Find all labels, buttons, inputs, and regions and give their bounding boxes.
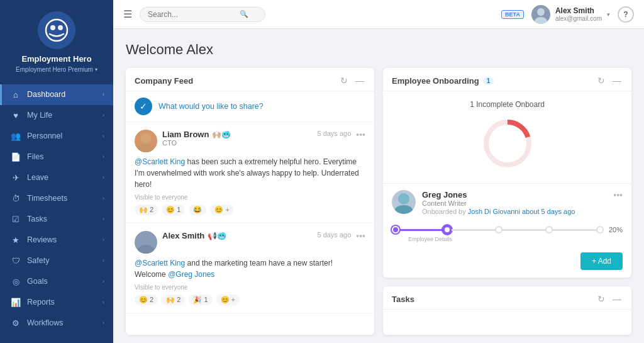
progress-pct: 20% bbox=[609, 226, 623, 233]
progress-step-3 bbox=[495, 226, 502, 233]
user-text: Alex Smith alex@gmail.com bbox=[555, 6, 602, 22]
tasks-body bbox=[383, 310, 631, 335]
tasks-refresh-button[interactable]: ↻ bbox=[596, 294, 606, 304]
onboard-employee-row: Greg Jones Content Writer Onboarded by J… bbox=[383, 183, 631, 222]
reaction-item[interactable]: 🎉 1 bbox=[189, 295, 212, 305]
onboard-options[interactable]: ••• bbox=[613, 190, 623, 200]
post-body-alex: @Scarlett King and the marketing team ha… bbox=[135, 257, 365, 280]
chevron-right-icon: › bbox=[103, 112, 104, 118]
sidebar-item-personnel[interactable]: 👥 Personnel › bbox=[0, 126, 113, 147]
user-name: Alex Smith bbox=[555, 6, 602, 15]
progress-section: 20% Employee Details bbox=[383, 222, 631, 249]
sidebar-item-tasks[interactable]: ☑ Tasks › bbox=[0, 209, 113, 230]
reaction-item[interactable]: 😂 bbox=[189, 205, 206, 215]
add-reaction-button[interactable]: 😊 + bbox=[210, 205, 233, 215]
main-area: ☰ 🔍 BETA Alex Smith alex@gmail.com ▾ ? W… bbox=[113, 0, 644, 343]
chevron-right-icon: › bbox=[103, 174, 104, 181]
chevron-right-icon: › bbox=[103, 91, 104, 98]
svg-point-3 bbox=[537, 8, 545, 16]
post-meta-alex: Alex Smith 📢🥶 bbox=[162, 231, 317, 240]
progress-step-1 bbox=[392, 226, 399, 233]
help-button[interactable]: ? bbox=[618, 6, 634, 23]
sidebar-label-reports: Reports bbox=[27, 298, 55, 306]
progress-track: 20% bbox=[392, 225, 623, 234]
svg-point-8 bbox=[138, 245, 154, 254]
onboard-info: Greg Jones Content Writer Onboarded by J… bbox=[422, 190, 607, 215]
sidebar-item-leave[interactable]: ✈ Leave › bbox=[0, 167, 113, 188]
sidebar-label-my-life: My Life bbox=[27, 111, 52, 120]
share-prompt[interactable]: What would you like to share? bbox=[158, 102, 264, 111]
sidebar-app-title: Employment Hero bbox=[21, 54, 91, 65]
post-reactions-alex: 😊 2 🙌 2 🎉 1 😊 + bbox=[135, 295, 365, 305]
post-author-liam: Liam Brown 🙌🏼🥶 bbox=[162, 130, 317, 139]
sidebar-item-reports[interactable]: 📊 Reports › bbox=[0, 292, 113, 313]
sidebar-label-dashboard: Dashboard bbox=[27, 90, 65, 99]
sidebar-item-workflows[interactable]: ⚙ Workflows › bbox=[0, 313, 113, 334]
sidebar-nav: ⌂ Dashboard ›♥ My Life ›👥 Personnel ›📄 F… bbox=[0, 82, 113, 343]
post-meta-liam: Liam Brown 🙌🏼🥶 CTO bbox=[162, 130, 317, 147]
user-menu[interactable]: Alex Smith alex@gmail.com ▾ bbox=[531, 5, 610, 24]
sidebar-plan[interactable]: Employment Hero Premium ▾ bbox=[16, 66, 97, 73]
chevron-right-icon: › bbox=[103, 154, 104, 160]
sidebar-item-files[interactable]: 📄 Files › bbox=[0, 147, 113, 167]
sidebar-item-timesheets[interactable]: ⏱ Timesheets › bbox=[0, 188, 113, 209]
sidebar-item-goals[interactable]: ◎ Goals › bbox=[0, 271, 113, 292]
svg-point-6 bbox=[138, 143, 154, 152]
plan-chevron-icon: ▾ bbox=[95, 67, 97, 72]
post-visibility-liam: Visible to everyone bbox=[135, 194, 365, 201]
reaction-item[interactable]: 😊 1 bbox=[162, 205, 185, 215]
progress-line-1 bbox=[399, 229, 443, 231]
user-chevron-icon: ▾ bbox=[607, 11, 610, 18]
search-input[interactable] bbox=[148, 10, 236, 19]
reports-icon: 📊 bbox=[11, 298, 21, 307]
tasks-icon: ☑ bbox=[11, 215, 21, 224]
avatar bbox=[531, 5, 550, 24]
onboarding-title: Employee Onboarding 1 bbox=[392, 76, 596, 86]
post-body-liam: @Scarlett King has been such a extremely… bbox=[135, 156, 365, 190]
content: Welcome Alex Company Feed ↻ — ✓ What wou… bbox=[113, 29, 644, 343]
sidebar-label-leave: Leave bbox=[27, 173, 48, 182]
onboard-avatar bbox=[392, 190, 416, 214]
reaction-item[interactable]: 😊 2 bbox=[135, 295, 158, 305]
sidebar-item-my-life[interactable]: ♥ My Life › bbox=[0, 105, 113, 126]
onboarding-minimize-button[interactable]: — bbox=[611, 76, 623, 86]
onboard-role: Content Writer bbox=[422, 200, 607, 207]
reaction-item[interactable]: 🙌 2 bbox=[162, 295, 185, 305]
progress-label: Employee Details bbox=[408, 236, 452, 242]
post-options-liam[interactable]: ••• bbox=[356, 130, 365, 140]
company-feed-title: Company Feed bbox=[135, 76, 339, 86]
chevron-right-icon: › bbox=[103, 278, 104, 284]
sidebar-item-dashboard[interactable]: ⌂ Dashboard › bbox=[0, 84, 113, 105]
menu-icon[interactable]: ☰ bbox=[123, 8, 132, 20]
add-employee-button[interactable]: + Add bbox=[580, 252, 623, 270]
compose-area[interactable]: ✓ What would you like to share? bbox=[126, 91, 374, 122]
timesheets-icon: ⏱ bbox=[11, 194, 21, 203]
progress-step-2 bbox=[443, 225, 452, 234]
svg-point-4 bbox=[535, 17, 547, 24]
donut-label: 1 Incomplete Onboard bbox=[470, 100, 545, 109]
donut-chart bbox=[479, 115, 536, 172]
topbar-right: BETA Alex Smith alex@gmail.com ▾ ? bbox=[501, 5, 634, 24]
personnel-icon: 👥 bbox=[11, 132, 21, 141]
chevron-right-icon: › bbox=[103, 299, 104, 305]
svg-point-1 bbox=[50, 25, 55, 30]
sidebar: Employment Hero Employment Hero Premium … bbox=[0, 0, 113, 343]
tasks-minimize-button[interactable]: — bbox=[611, 294, 623, 304]
refresh-button[interactable]: ↻ bbox=[339, 76, 349, 86]
company-feed-card: Company Feed ↻ — ✓ What would you like t… bbox=[126, 68, 374, 335]
sidebar-item-safety[interactable]: 🛡 Safety › bbox=[0, 250, 113, 271]
post-options-alex[interactable]: ••• bbox=[356, 231, 365, 241]
workflows-icon: ⚙ bbox=[11, 318, 21, 328]
add-reaction-button[interactable]: 😊 + bbox=[216, 295, 240, 305]
add-btn-area: + Add bbox=[383, 249, 631, 278]
search-icon: 🔍 bbox=[240, 10, 248, 18]
sidebar-label-timesheets: Timesheets bbox=[27, 194, 67, 203]
safety-icon: 🛡 bbox=[11, 256, 21, 266]
svg-point-7 bbox=[141, 235, 151, 245]
reaction-item[interactable]: 🙌 2 bbox=[135, 205, 158, 215]
onboarding-refresh-button[interactable]: ↻ bbox=[596, 76, 606, 86]
page-title: Welcome Alex bbox=[126, 42, 631, 58]
minimize-button[interactable]: — bbox=[354, 76, 365, 86]
sidebar-item-reviews[interactable]: ★ Reviews › bbox=[0, 230, 113, 250]
sidebar-label-safety: Safety bbox=[27, 256, 49, 265]
